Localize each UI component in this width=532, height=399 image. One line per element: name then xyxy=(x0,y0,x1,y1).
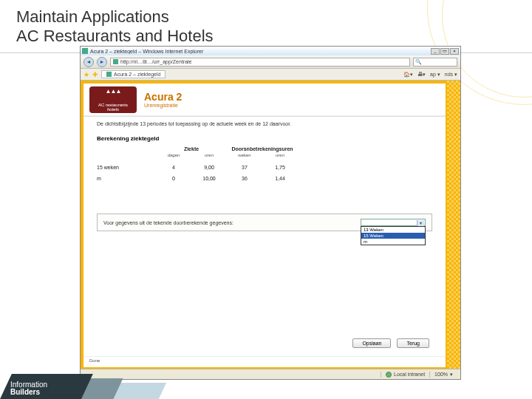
back-button[interactable]: Terug xyxy=(397,338,429,348)
row-label: 15 weken xyxy=(97,165,156,170)
address-favicon-icon xyxy=(113,59,118,64)
search-icon: 🔍 xyxy=(415,59,422,65)
app-title: Acura 2 xyxy=(144,91,182,103)
address-text: http://nl…8t…/urr_app/Zentrale xyxy=(120,59,192,64)
content-card: AC restaurants hotels Acura 2 Urenregist… xyxy=(83,83,446,367)
slide-footer: Information Builders xyxy=(0,369,163,399)
section-title: Berekening ziektegeld xyxy=(83,129,446,146)
window-titlebar: Acura 2 – ziektegeld – Windows Internet … xyxy=(81,47,460,55)
col-sub-3: weken xyxy=(227,153,262,157)
table-row: m 0 10,00 36 1,44 xyxy=(83,173,446,184)
search-box[interactable]: 🔍 xyxy=(413,58,457,66)
footer-brand: Information Builders xyxy=(10,381,47,396)
cell: 36 xyxy=(227,176,262,181)
col-group-2: Doorsnbetrekeningsuren xyxy=(227,146,298,151)
row-label: m xyxy=(97,176,156,181)
col-sub-2: uren xyxy=(191,153,227,157)
globe-icon xyxy=(386,372,392,378)
card-footer: Done xyxy=(83,356,446,364)
table-subheader: dagen uren weken uren xyxy=(83,151,446,162)
parameter-panel: Voor gegevens uit de tekende doorbereken… xyxy=(97,214,432,231)
save-button[interactable]: Opslaan xyxy=(352,338,391,348)
col-group-1: Ziekte xyxy=(156,146,227,151)
dropdown-list: 13 Weken 15 Weken m xyxy=(361,226,426,245)
status-zone: Local intranet xyxy=(381,372,429,378)
cell: 0 xyxy=(156,176,191,181)
forward-nav-button[interactable]: ► xyxy=(97,57,107,67)
browser-tab[interactable]: Acura 2 – ziektegeld xyxy=(101,70,166,78)
app-subtitle: Urenregistratie xyxy=(144,103,182,108)
nav-bar: ◄ ► http://nl…8t…/urr_app/Zentrale 🔍 xyxy=(81,55,460,69)
data-table: Ziekte Doorsnbetrekeningsuren dagen uren… xyxy=(83,146,446,184)
minimize-button[interactable]: _ xyxy=(431,48,440,55)
add-favorites-icon[interactable]: ✚ xyxy=(92,71,98,78)
dropdown-option[interactable]: 13 Weken xyxy=(361,227,425,233)
col-sub-4: uren xyxy=(262,153,298,157)
footer-brand-bottom: Builders xyxy=(10,388,40,396)
cell: 10,00 xyxy=(191,176,227,181)
dropdown-option[interactable]: 15 Weken xyxy=(361,233,425,239)
tab-favicon-icon xyxy=(106,72,112,77)
tab-label: Acura 2 – ziektegeld xyxy=(114,72,160,77)
col-sub-1: dagen xyxy=(156,153,191,157)
print-icon[interactable]: 🖶▾ xyxy=(417,72,426,78)
window-controls: _ ▭ × xyxy=(431,48,459,55)
action-buttons: Opslaan Terug xyxy=(352,338,429,348)
browser-window: Acura 2 – ziektegeld – Windows Internet … xyxy=(80,46,461,380)
favorites-icon[interactable]: ★ xyxy=(83,71,89,78)
cell: 9,00 xyxy=(191,165,227,170)
period-dropdown[interactable]: ▾ 13 Weken 15 Weken m xyxy=(361,219,426,226)
window-title: Acura 2 – ziektegeld – Windows Internet … xyxy=(90,49,431,54)
table-row: 15 weken 4 9,00 37 1,75 xyxy=(83,162,446,173)
cell: 37 xyxy=(227,165,262,170)
company-logo: AC restaurants hotels xyxy=(89,86,137,113)
page-menu[interactable]: ap ▾ xyxy=(430,72,440,78)
close-button[interactable]: × xyxy=(450,48,459,55)
back-nav-button[interactable]: ◄ xyxy=(83,57,94,67)
zoom-label: 100% xyxy=(434,372,448,377)
status-zoom[interactable]: 100% ▾ xyxy=(429,372,457,378)
cell: 4 xyxy=(156,165,191,170)
toolbar: ★ ✚ Acura 2 – ziektegeld 🏠▾ 🖶▾ ap ▾ nds … xyxy=(81,69,460,81)
page-canvas: AC restaurants hotels Acura 2 Urenregist… xyxy=(81,81,460,370)
home-icon[interactable]: 🏠▾ xyxy=(403,72,413,78)
app-title-block: Acura 2 Urenregistratie xyxy=(144,91,182,108)
panel-label: Voor gegevens uit de tekende doorbereken… xyxy=(103,220,358,225)
cell: 1,75 xyxy=(262,165,298,170)
app-header: AC restaurants hotels Acura 2 Urenregist… xyxy=(83,83,446,116)
maximize-button[interactable]: ▭ xyxy=(440,48,449,55)
address-bar[interactable]: http://nl…8t…/urr_app/Zentrale xyxy=(110,58,410,66)
lead-text: De dichtstbijzijnde 13 periodes tot toep… xyxy=(83,117,446,129)
dropdown-option[interactable]: m xyxy=(361,239,425,245)
zone-label: Local intranet xyxy=(394,372,425,377)
tools-menu[interactable]: nds ▾ xyxy=(445,72,457,78)
chevron-down-icon: ▾ xyxy=(417,220,424,226)
table-header-groups: Ziekte Doorsnbetrekeningsuren xyxy=(83,146,446,151)
logo-line2: hotels xyxy=(107,107,119,112)
cell: 1,44 xyxy=(262,176,298,181)
favicon-icon xyxy=(82,48,88,54)
